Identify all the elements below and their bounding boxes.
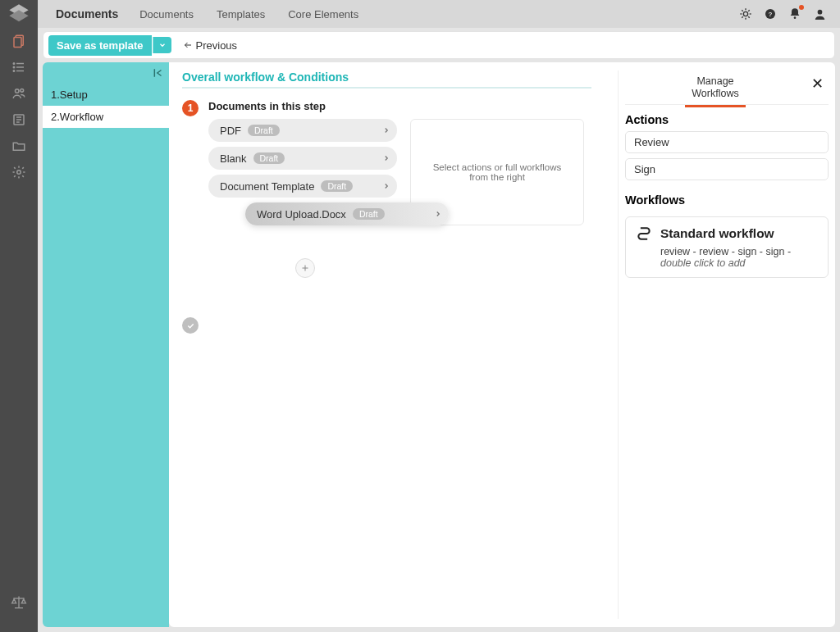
document-row[interactable]: Document Template Draft <box>208 175 397 198</box>
app-logo[interactable] <box>0 0 38 28</box>
document-name: Word Upload.Docx <box>257 208 346 221</box>
workflow-canvas: Overall workflow & Conditions 1 Document… <box>169 62 835 627</box>
status-chip: Draft <box>321 180 353 192</box>
workflows-heading: Workflows <box>625 193 829 207</box>
left-rail <box>0 0 38 632</box>
action-sign[interactable]: Sign <box>625 158 829 180</box>
step-heading: Documents in this step <box>208 100 606 112</box>
svg-point-31 <box>794 16 797 19</box>
chevron-right-icon <box>382 154 390 162</box>
step-workflow[interactable]: 2.Workflow <box>43 106 169 128</box>
svg-point-10 <box>16 89 20 93</box>
library-icon[interactable] <box>0 107 38 133</box>
notifications-icon[interactable] <box>783 0 807 28</box>
save-as-template-button[interactable]: Save as template <box>48 35 152 56</box>
workflow-end-badge <box>182 317 199 334</box>
documents-icon[interactable] <box>0 28 38 54</box>
section-title[interactable]: Overall workflow & Conditions <box>182 70 591 89</box>
svg-line-25 <box>742 10 742 11</box>
users-icon[interactable] <box>0 80 38 107</box>
workflow-hint: double click to add <box>660 257 746 269</box>
nav-core-elements[interactable]: Core Elements <box>276 0 370 28</box>
step-number-badge: 1 <box>182 100 199 116</box>
status-chip: Draft <box>253 152 285 164</box>
balance-icon[interactable] <box>0 589 38 616</box>
chevron-right-icon <box>382 182 390 190</box>
standard-workflow-card[interactable]: Standard workflow review - review - sign… <box>625 216 829 278</box>
svg-point-9 <box>13 70 15 72</box>
workflow-sequence: review - review - sign - sign - <box>660 246 791 257</box>
svg-line-27 <box>742 16 742 17</box>
svg-point-16 <box>17 171 21 175</box>
top-bar: Documents Documents Templates Core Eleme… <box>38 0 840 28</box>
chevron-right-icon <box>382 126 390 134</box>
action-review[interactable]: Review <box>625 131 829 153</box>
close-panel-button[interactable]: ✕ <box>806 72 829 95</box>
step-setup[interactable]: 1.Setup <box>43 84 169 106</box>
notification-badge <box>799 5 804 10</box>
svg-marker-1 <box>9 10 28 21</box>
theme-icon[interactable] <box>733 0 758 28</box>
brand-tab: Documents <box>46 0 128 28</box>
previous-link[interactable]: Previous <box>183 39 238 52</box>
steps-sidebar: 1.Setup 2.Workflow <box>43 62 169 627</box>
document-row[interactable]: PDF Draft <box>208 119 397 142</box>
actions-heading: Actions <box>625 113 829 126</box>
folder-icon[interactable] <box>0 133 38 159</box>
document-row-dragging[interactable]: Word Upload.Docx Draft <box>245 202 449 225</box>
save-dropdown-button[interactable] <box>153 37 171 53</box>
svg-point-32 <box>817 9 822 14</box>
settings-icon[interactable] <box>0 159 38 185</box>
document-list: PDF Draft Blank Draft <box>208 119 397 225</box>
svg-line-28 <box>748 10 749 11</box>
document-name: PDF <box>220 125 241 137</box>
help-icon[interactable]: ? <box>758 0 783 28</box>
document-row[interactable]: Blank Draft <box>208 147 397 170</box>
svg-line-26 <box>748 16 749 17</box>
svg-point-20 <box>743 11 747 16</box>
list-icon[interactable] <box>0 54 38 80</box>
svg-point-11 <box>21 89 24 92</box>
nav-documents[interactable]: Documents <box>128 0 205 28</box>
svg-rect-3 <box>14 38 21 48</box>
chevron-right-icon <box>434 210 442 218</box>
status-chip: Draft <box>353 208 385 220</box>
sub-toolbar: Save as template Previous <box>43 31 835 59</box>
right-panel: Manage Workflows ✕ Actions Review Sign W… <box>618 70 835 619</box>
workflow-icon <box>636 225 652 242</box>
workflow-title: Standard workflow <box>660 226 774 241</box>
collapse-sidebar-icon[interactable] <box>43 62 169 84</box>
document-name: Document Template <box>220 180 314 193</box>
svg-text:?: ? <box>769 11 773 18</box>
status-chip: Draft <box>248 125 280 136</box>
add-step-button[interactable] <box>295 258 315 278</box>
svg-point-8 <box>13 66 15 68</box>
manage-workflows-tab[interactable]: Manage Workflows <box>685 72 745 107</box>
svg-point-7 <box>13 63 15 65</box>
document-name: Blank <box>220 152 247 165</box>
previous-label: Previous <box>196 39 238 52</box>
nav-templates[interactable]: Templates <box>205 0 276 28</box>
user-icon[interactable] <box>807 0 832 28</box>
